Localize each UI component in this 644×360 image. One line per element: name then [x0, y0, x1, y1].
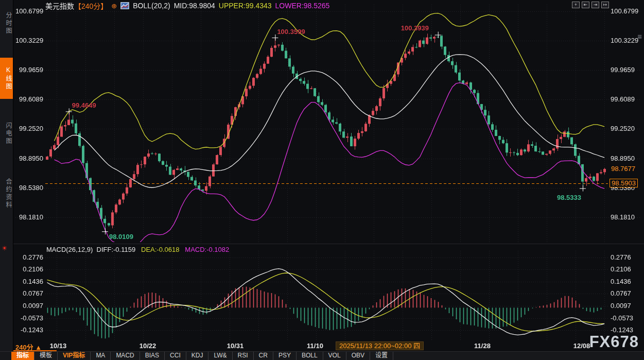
- axis-tick-label: 0.2106: [611, 265, 631, 273]
- axis-tick-label: 0.1436: [611, 278, 631, 285]
- toolbar-item-CCI[interactable]: CCI: [165, 352, 186, 360]
- x-axis-date-label: 12/08: [573, 342, 590, 350]
- axis-tick-label: 0.2776: [15, 253, 43, 261]
- axis-tick-label: 0.0097: [611, 302, 631, 310]
- sidebar-item-1[interactable]: K线图: [0, 58, 13, 99]
- boll-upper-value: UPPER:99.4343: [219, 2, 272, 10]
- last-price-badge: 98.7677: [610, 165, 637, 173]
- axis-tick-label: 0.0767: [15, 289, 43, 297]
- axis-tick-label: 98.8950: [15, 155, 43, 162]
- toolbar-item-设置[interactable]: 设置: [370, 352, 393, 360]
- tracked-price-badge[interactable]: 98.5903: [610, 179, 638, 187]
- fx678-watermark: FX678: [589, 333, 639, 351]
- axis-tick-label: 0.2106: [15, 265, 43, 273]
- chart-application-window: 分时图K线图闪电图合约资料 ☀ 美元指数【240分】 ⊕ BOLL(20,2) …: [0, 0, 644, 360]
- hovered-bar-time-label: 2025/11/13 22:00~02:00 四: [336, 341, 424, 350]
- sidebar-item-2[interactable]: 闪电图: [0, 113, 13, 153]
- axis-tick-label: 100.3229: [611, 37, 638, 44]
- toolbar-item-指标[interactable]: 指标: [11, 352, 34, 360]
- chart-type-sidebar: 分时图K线图闪电图合约资料 ☀: [0, 0, 13, 351]
- boll-lower-value: LOWER:98.5265: [275, 2, 330, 10]
- sidebar-item-0[interactable]: 分时图: [0, 3, 13, 43]
- x-axis-date-label: 11/10: [307, 342, 323, 350]
- chart-header: 美元指数【240分】 ⊕ BOLL(20,2) MID:98.9804 UPPE…: [45, 1, 329, 10]
- axis-tick-label: 98.5380: [15, 184, 43, 192]
- axis-tick-label: 0.2776: [611, 253, 631, 261]
- toolbar-item-VOL[interactable]: VOL: [323, 352, 346, 360]
- move-tool-icon[interactable]: +: [572, 2, 580, 8]
- toolbar-item-MA[interactable]: MA: [91, 352, 111, 360]
- toolbar-item-PSY[interactable]: PSY: [273, 352, 297, 360]
- toolbar-item-OBV[interactable]: OBV: [346, 352, 370, 360]
- axis-tick-label: 98.8950: [611, 155, 635, 162]
- axis-tick-label: 98.1810: [611, 213, 635, 221]
- x-axis-date-label: 10/31: [227, 342, 244, 350]
- axis-tick-label: -0.1243: [15, 326, 43, 334]
- chart-tools-group: +⇤⇥↦: [572, 2, 609, 8]
- toolbar-item-模板[interactable]: 模板: [34, 352, 58, 360]
- toolbar-item-BOLL[interactable]: BOLL: [297, 352, 323, 360]
- toolbar-item-MACD[interactable]: MACD: [111, 352, 140, 360]
- drag-handle-icon[interactable]: ≡: [637, 32, 642, 41]
- macd-dea-value: DEA:-0.0618: [141, 246, 179, 253]
- axis-tick-label: 0.1436: [15, 278, 43, 285]
- axis-tick-label: 0.0097: [15, 302, 43, 310]
- axis-tick-label: -0.0573: [15, 314, 43, 322]
- macd-header: MACD(26,12,9) DIFF:-0.1159 DEA:-0.0618 M…: [46, 246, 229, 253]
- axis-tick-label: 99.2520: [611, 125, 635, 132]
- axis-tick-label: 100.6799: [15, 7, 43, 15]
- axis-tick-label: 100.6799: [611, 7, 638, 15]
- axis-tick-label: -0.0573: [611, 314, 633, 322]
- toolbar-item-RSI[interactable]: RSI: [233, 352, 254, 360]
- boll-mid-value: MID:98.9804: [174, 2, 215, 10]
- indicator-toolbar: 指标模板VIP指标MAMACDBIASCCIKDJLW&RSICRPSYBOLL…: [0, 351, 644, 360]
- axis-tick-label: 100.3229: [15, 37, 43, 44]
- x-axis-date-label: 11/28: [474, 342, 491, 350]
- time-axis: 240分 ▲ 10/1310/2210/3111/1011/2812/08 20…: [0, 341, 644, 351]
- period-label: 【240分】: [74, 2, 108, 10]
- alert-sun-icon[interactable]: ☀: [2, 245, 7, 251]
- toolbar-item-CR[interactable]: CR: [254, 352, 273, 360]
- toolbar-item-BIAS[interactable]: BIAS: [140, 352, 165, 360]
- axis-tick-label: 99.9659: [611, 66, 635, 74]
- macd-diff-value: DIFF:-0.1159: [97, 246, 136, 253]
- axis-tick-label: 98.1810: [15, 213, 43, 221]
- toolbar-item-VIP指标[interactable]: VIP指标: [58, 352, 91, 360]
- boll-param-label: BOLL(20,2): [133, 2, 170, 10]
- axis-tick-label: 0.0767: [611, 289, 631, 297]
- x-axis-date-label: 10/22: [140, 342, 156, 350]
- sidebar-item-3[interactable]: 合约资料: [0, 168, 13, 219]
- axis-tick-label: 99.6089: [611, 95, 635, 103]
- pane-divider[interactable]: [13, 244, 644, 244]
- toolbar-item-KDJ[interactable]: KDJ: [186, 352, 209, 360]
- axis-tick-label: 99.2520: [15, 125, 43, 132]
- toolbar-item-LW&[interactable]: LW&: [208, 352, 232, 360]
- axis-tick-label: 99.6089: [15, 95, 43, 103]
- collapse-icon[interactable]: ⊕: [111, 2, 117, 10]
- macd-param-label: MACD(26,12,9): [46, 246, 93, 253]
- indicator-chart-icon[interactable]: [120, 2, 129, 9]
- compress-left-icon[interactable]: ⇤: [582, 2, 589, 8]
- macd-macd-value: MACD:-0.1082: [185, 246, 229, 253]
- x-axis-date-label: 10/13: [50, 342, 67, 350]
- symbol-name: 美元指数: [45, 2, 74, 10]
- symbol-title: 美元指数【240分】: [45, 1, 108, 11]
- axis-tick-label: 99.9659: [15, 66, 43, 74]
- expand-right-icon[interactable]: ↦: [601, 2, 609, 8]
- main-chart-canvas[interactable]: [0, 0, 644, 360]
- compress-right-icon[interactable]: ⇥: [591, 2, 599, 8]
